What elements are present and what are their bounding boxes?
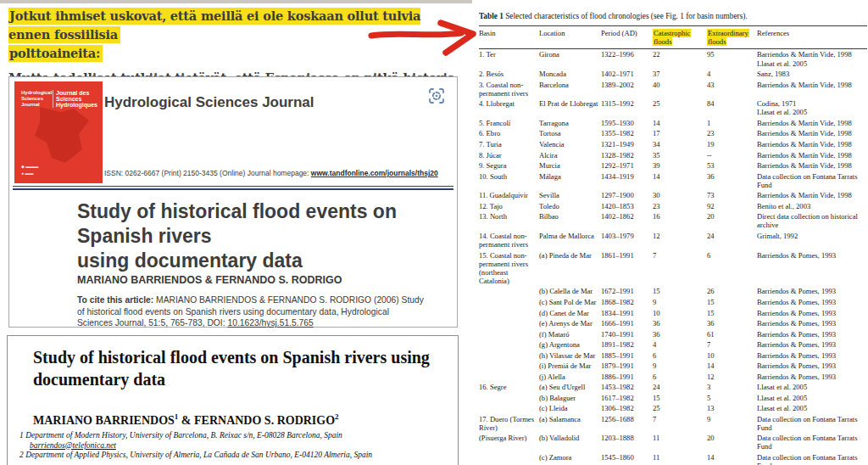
table-cell: Murcia xyxy=(539,160,601,171)
table-cell: 37 xyxy=(653,69,707,80)
table-cell: 43 xyxy=(707,79,757,98)
table-cell xyxy=(479,307,539,318)
table-cell: 15 xyxy=(707,297,757,308)
table-cell: 13 xyxy=(707,403,757,414)
table-cell: (b) Balaguer xyxy=(539,392,601,403)
table-column-header: Basin xyxy=(479,26,539,49)
table-cell: 12 xyxy=(707,371,757,382)
table-cell: 26 xyxy=(707,286,757,297)
table-cell: (a) Seu d'Urgell xyxy=(539,382,601,393)
table-cell: 36 xyxy=(653,328,707,339)
table-cell: 61 xyxy=(707,328,757,339)
highlighted-text: polttoaineita: xyxy=(8,45,103,62)
table-cell: 1453–1982 xyxy=(601,382,653,393)
table-cell: 25 xyxy=(653,98,707,118)
table-cell: (i) Premiá de Mar xyxy=(539,361,601,372)
table-cell: -- xyxy=(707,149,757,160)
table-cell: 1389–2002 xyxy=(601,79,653,98)
pdf-authors: MARIANO BARRIENDOS1 & FERNANDO S. RODRIG… xyxy=(33,412,339,428)
pdf-title: Study of historical flood events on Span… xyxy=(33,346,430,390)
table-cell: 7 xyxy=(653,413,707,433)
article-title: Study of historical flood events on Span… xyxy=(77,199,454,274)
table-cell: (e) Arenys de Mar xyxy=(539,318,601,329)
table-cell: Sevilla xyxy=(539,190,601,201)
table-cell: (b) Calella de Mar xyxy=(539,286,601,297)
table-cell: Toledo xyxy=(539,201,601,212)
table-cell: 9 xyxy=(653,361,707,372)
table-cell: Barriendos & Martín Vide, 1998 xyxy=(757,190,867,201)
table-row: 4. LlobregatEl Prat de Llobregat1315–199… xyxy=(479,98,867,118)
table-cell: 39 xyxy=(653,160,707,171)
table-cell: 1256–1688 xyxy=(601,413,653,433)
table-cell: 1. Ter xyxy=(479,49,539,69)
table-cell xyxy=(479,452,539,465)
table-cell: 84 xyxy=(707,98,757,118)
table-cell: 1545–1860 xyxy=(601,452,653,465)
table-cell: 16. Segre xyxy=(479,382,539,393)
table-cell: 15 xyxy=(707,307,757,318)
table-cell xyxy=(479,403,539,414)
affiliation-email: barriendos@telefonica.net xyxy=(19,441,448,451)
table-cell: 1292–1971 xyxy=(601,160,653,171)
table-cell: Barriendos & Pomes, 1993 xyxy=(757,249,867,286)
table-cell: 15 xyxy=(653,392,707,403)
table-cell: Girona xyxy=(539,49,601,69)
table-row: (d) Canet de Mar1834–19911015Barriendos … xyxy=(479,307,867,318)
table-cell: 1402–1971 xyxy=(601,69,653,80)
table-cell: (a) Salamanca xyxy=(539,413,601,433)
table-cell: 10 xyxy=(653,307,707,318)
table-cell: 16 xyxy=(653,211,707,231)
table-cell: 23 xyxy=(653,201,707,212)
table-cell: 14. Coastal non-permanent rivers xyxy=(479,231,539,250)
table-cell: (c) Lleida xyxy=(539,403,601,414)
publisher-logo: ◆ ▬▬▬ ● ▬▬ xyxy=(21,163,38,176)
table-row: (Pisuerga River)(b) Valladolid1203–18881… xyxy=(479,433,867,452)
divider-rule xyxy=(13,186,453,190)
table-cell: Alcira xyxy=(539,149,601,160)
table-column-header: Period (AD) xyxy=(601,26,653,49)
table-cell: 9 xyxy=(653,297,707,308)
table-cell: 36 xyxy=(707,318,757,329)
table-cell: 30 xyxy=(653,190,707,201)
table-cell: 24 xyxy=(653,382,707,393)
table-body: 1. TerGirona1322–19962295Barriendos & Ma… xyxy=(479,49,867,465)
email-link[interactable]: barriendos@telefonica.net xyxy=(30,441,116,450)
table-cell xyxy=(479,371,539,382)
table-cell: 22 xyxy=(653,49,707,69)
journal-homepage-link[interactable]: www.tandfonline.com/journals/thsj20 xyxy=(311,169,438,177)
table-cell: (g) Argentona xyxy=(539,339,601,350)
publisher-logo-mark: ◆ ▬▬▬ xyxy=(21,163,38,170)
table-cell: 1328–1982 xyxy=(601,149,653,160)
table-cell xyxy=(479,328,539,339)
table-cell: Direct data collection on historical arc… xyxy=(757,211,867,231)
author-separator: & xyxy=(178,414,194,427)
table-cell: 11 xyxy=(653,433,707,452)
table-cell: Tortosa xyxy=(539,128,601,139)
top-edge-strip xyxy=(0,0,472,3)
highlighted-column-header: Catastrophic floods xyxy=(653,29,691,46)
table-cell: 2. Besós xyxy=(479,69,539,80)
table-cell: 1434–1919 xyxy=(601,171,653,190)
table-cell: Málaga xyxy=(539,171,601,190)
page: Jotkut ihmiset uskovat, että meillä ei o… xyxy=(0,0,868,465)
table-cell: 11 xyxy=(653,452,707,465)
preview-expand-icon[interactable] xyxy=(426,86,447,106)
table-cell: Data collection on Fontana Tarrats Fund xyxy=(757,413,867,433)
table-cell: 10. South xyxy=(479,171,539,190)
table-cell: 92 xyxy=(707,201,757,212)
table-cell: 1297–1900 xyxy=(601,190,653,201)
table-row: 3. Coastal non-permanent riversBarcelona… xyxy=(479,79,867,98)
table-row: 5. FrancolíTarragona1595–1930141Barriend… xyxy=(479,118,867,129)
table-column-header: Catastrophic floods xyxy=(653,26,707,49)
table-cell: 6 xyxy=(707,249,757,286)
table-cell: (b) Valladolid xyxy=(539,433,601,452)
table-row: (b) Balaguer1617–1982155Llasat et al. 20… xyxy=(479,392,867,403)
table-cell: Data collection on Fontana Tarrats Fund xyxy=(757,452,867,465)
table-cell: 1420–1853 xyxy=(601,201,653,212)
table-row: 16. Segre(a) Seu d'Urgell1453–1982243Lla… xyxy=(479,382,867,393)
table-cell: Barriendos & Martín Vide, 1998 xyxy=(757,118,867,129)
table-cell: 6 xyxy=(653,350,707,361)
table-cell: Moncada xyxy=(539,69,601,80)
table-cell: Barriendos & Martín Vide, 1998 xyxy=(757,128,867,139)
doi-link[interactable]: 10.1623/hysj.51.5.765 xyxy=(227,318,313,328)
